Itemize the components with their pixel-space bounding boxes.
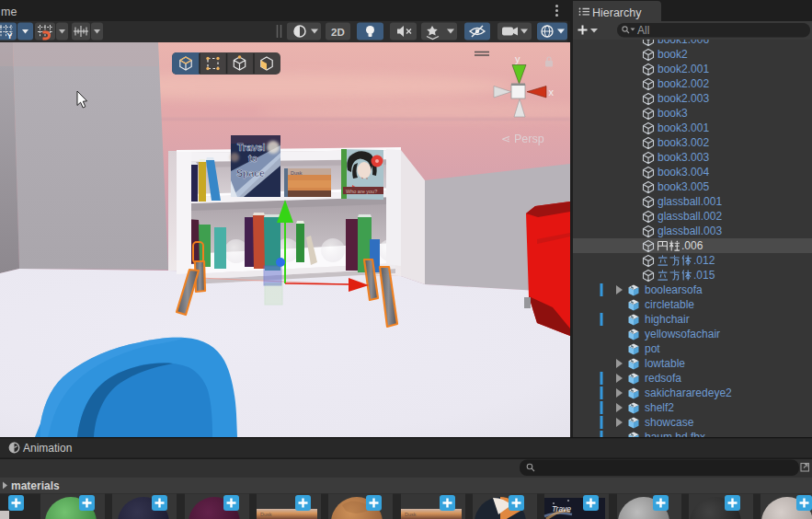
svg-text:book2: book2: [658, 48, 688, 61]
svg-text:Y: Y: [7, 31, 13, 40]
svg-text:.015: .015: [693, 269, 715, 282]
svg-text:book2.003: book2.003: [658, 92, 709, 105]
svg-text:book3.004: book3.004: [658, 166, 709, 179]
svg-text:book3.005: book3.005: [658, 180, 709, 193]
svg-text:Dusk: Dusk: [405, 512, 417, 517]
svg-text:.012: .012: [693, 254, 715, 267]
svg-text:pot: pot: [645, 342, 660, 355]
svg-text:Travel: Travel: [237, 142, 265, 153]
svg-text:Dusk: Dusk: [291, 170, 303, 176]
svg-text:Trave: Trave: [552, 504, 571, 513]
svg-text:Dusk: Dusk: [260, 512, 272, 517]
svg-text:sakichararedeye2: sakichararedeye2: [645, 386, 732, 399]
svg-text:book3.001: book3.001: [658, 121, 709, 134]
svg-text:⋖ Persp: ⋖ Persp: [501, 133, 544, 145]
svg-text:book3.002: book3.002: [658, 136, 709, 149]
svg-text:2D: 2D: [331, 27, 345, 38]
svg-text:glassball.003: glassball.003: [658, 225, 722, 237]
svg-text:glassball.002: glassball.002: [658, 210, 722, 223]
svg-text:highchair: highchair: [645, 313, 690, 326]
svg-text:me: me: [1, 6, 17, 18]
svg-text:to: to: [248, 153, 257, 164]
svg-text:Hierarchy: Hierarchy: [592, 6, 642, 19]
svg-text:boolearsofa: boolearsofa: [645, 283, 703, 296]
svg-text:Who are you?: Who are you?: [346, 189, 377, 194]
svg-text:Space: Space: [236, 167, 265, 179]
svg-text:circletable: circletable: [645, 298, 694, 311]
svg-text:book3.003: book3.003: [658, 151, 709, 164]
svg-text:x: x: [549, 86, 555, 98]
svg-text:y: y: [515, 53, 520, 64]
svg-text:redsofa: redsofa: [645, 372, 681, 385]
svg-text:shelf2: shelf2: [645, 401, 674, 414]
svg-text:book2.002: book2.002: [658, 77, 709, 90]
svg-text:materials: materials: [11, 479, 60, 492]
svg-text:.006: .006: [681, 239, 703, 252]
svg-text:yellowsofachair: yellowsofachair: [645, 328, 720, 340]
svg-text:glassball.001: glassball.001: [658, 195, 722, 208]
svg-text:Animation: Animation: [23, 442, 72, 455]
svg-text:book2.001: book2.001: [658, 63, 709, 75]
svg-text:book3: book3: [658, 107, 688, 120]
svg-text:showcase: showcase: [645, 416, 694, 429]
svg-text:All: All: [637, 24, 649, 37]
svg-text:lowtable: lowtable: [645, 357, 685, 370]
